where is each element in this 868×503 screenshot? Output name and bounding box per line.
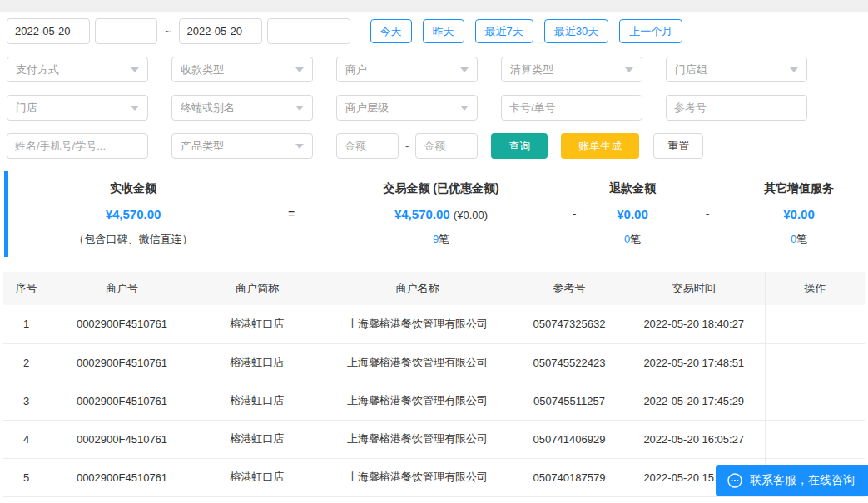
header-merchant-id: 商户号 [49, 272, 195, 305]
terminal-alias-placeholder: 终端或别名 [181, 101, 235, 116]
query-button[interactable]: 查询 [491, 133, 548, 159]
summary-value-added-title: 其它增值服务 [741, 181, 857, 196]
chevron-down-icon [625, 67, 633, 72]
cell-merchant-short-name: 榕港虹口店 [195, 458, 320, 496]
cell-actions [765, 343, 865, 382]
cell-merchant-name: 上海馨榕港餐饮管理有限公司 [320, 420, 515, 458]
summary-received: 实收金额 ¥4,570.00 （包含口碑、微信直连） [8, 181, 258, 247]
store-group-select[interactable]: 门店组 [666, 57, 807, 82]
settlement-type-placeholder: 清算类型 [510, 62, 553, 77]
summary-transaction-amount: ¥4,570.00 (¥0.00) [325, 207, 558, 221]
payment-method-select[interactable]: 支付方式 [7, 57, 148, 82]
terminal-alias-select[interactable]: 终端或别名 [171, 95, 313, 121]
filter-panel: ~ 今天 昨天 最近7天 最近30天 上一个月 支付方式 收款类型 商户 清算类… [0, 12, 868, 159]
amount-range-dash: - [405, 140, 409, 152]
store-select[interactable]: 门店 [7, 95, 148, 121]
cell-merchant-short-name: 榕港虹口店 [195, 420, 320, 458]
product-type-select[interactable]: 产品类型 [171, 133, 313, 159]
chevron-down-icon [295, 106, 304, 111]
header-transaction-time: 交易时间 [623, 272, 765, 305]
cell-merchant-name: 上海馨榕港餐饮管理有限公司 [320, 305, 515, 343]
filter-row-3: 产品类型 - 查询 账单生成 重置 [7, 133, 861, 159]
cell-merchant-name: 上海馨榕港餐饮管理有限公司 [320, 343, 515, 382]
collection-type-placeholder: 收款类型 [181, 62, 224, 77]
cell-merchant-name: 上海馨榕港餐饮管理有限公司 [320, 382, 515, 420]
chevron-down-icon [295, 67, 304, 72]
summary-transaction-count: 9笔 [325, 232, 558, 247]
header-seq: 序号 [3, 272, 49, 305]
cell-merchant-short-name: 榕港虹口店 [195, 305, 320, 343]
cell-actions [765, 382, 865, 420]
merchant-select[interactable]: 商户 [336, 57, 478, 82]
cell-seq: 5 [3, 458, 49, 496]
cell-merchant-id: 0002900F4510761 [49, 420, 195, 458]
store-placeholder: 门店 [16, 101, 37, 116]
top-strip [0, 0, 868, 12]
table-row: 1 0002900F4510761 榕港虹口店 上海馨榕港餐饮管理有限公司 05… [3, 305, 865, 343]
date-from-input[interactable] [7, 18, 90, 44]
reference-number-input[interactable] [666, 95, 807, 121]
cell-merchant-id: 0002900F4510761 [49, 458, 195, 496]
cell-actions [765, 420, 865, 458]
filter-row-2: 门店 终端或别名 商户层级 [7, 95, 861, 121]
range-separator: ~ [165, 25, 171, 37]
settlement-type-select[interactable]: 清算类型 [501, 57, 642, 82]
amount-max-input[interactable] [415, 133, 478, 159]
store-group-placeholder: 门店组 [675, 62, 707, 77]
product-type-placeholder: 产品类型 [181, 139, 224, 154]
chat-icon [727, 472, 743, 489]
summary-value-added: 其它增值服务 ¥0.00 0笔 [741, 181, 857, 247]
amount-min-input[interactable] [336, 133, 399, 159]
summary-received-note: （包含口碑、微信直连） [8, 232, 258, 247]
summary-value-added-count: 0笔 [741, 232, 857, 247]
header-actions: 操作 [765, 272, 865, 305]
time-from-input[interactable] [95, 18, 157, 44]
chevron-down-icon [460, 67, 469, 72]
chevron-down-icon [131, 106, 139, 111]
reset-button[interactable]: 重置 [653, 133, 703, 159]
table-row: 4 0002900F4510761 榕港虹口店 上海馨榕港餐饮管理有限公司 05… [3, 420, 865, 458]
cell-transaction-time: 2022-05-20 17:45:29 [623, 382, 765, 420]
cell-seq: 1 [3, 305, 49, 343]
quick-range-today-button[interactable]: 今天 [370, 19, 412, 43]
cell-reference: 050747325632 [515, 305, 623, 343]
cell-seq: 3 [3, 382, 49, 420]
merchant-level-select[interactable]: 商户层级 [336, 95, 478, 121]
date-to-input[interactable] [179, 18, 262, 44]
summary-transaction-title: 交易金额 (已优惠金额) [325, 181, 558, 196]
card-number-input[interactable] [501, 95, 642, 121]
time-to-input[interactable] [267, 18, 350, 44]
cell-seq: 4 [3, 420, 49, 458]
cell-merchant-short-name: 榕港虹口店 [195, 343, 320, 382]
cell-reference: 050741406929 [515, 420, 623, 458]
cell-merchant-id: 0002900F4510761 [49, 305, 195, 343]
summary-value-added-amount: ¥0.00 [741, 207, 857, 221]
chevron-down-icon [131, 67, 139, 72]
quick-range-7days-button[interactable]: 最近7天 [475, 19, 533, 43]
collection-type-select[interactable]: 收款类型 [171, 57, 313, 82]
quick-range-lastmonth-button[interactable]: 上一个月 [619, 19, 682, 43]
header-reference: 参考号 [515, 272, 623, 305]
header-merchant-name: 商户名称 [320, 272, 515, 305]
summary-refund-count: 0笔 [591, 232, 674, 247]
chevron-down-icon [460, 106, 469, 111]
summary-transaction: 交易金额 (已优惠金额) ¥4,570.00 (¥0.00) 9笔 [325, 181, 558, 247]
summary-transaction-discount: (¥0.00) [454, 209, 488, 221]
summary-refund-amount: ¥0.00 [591, 207, 674, 221]
chat-label: 联系客服，在线咨询 [750, 473, 855, 488]
table-row: 3 0002900F4510761 榕港虹口店 上海馨榕港餐饮管理有限公司 05… [3, 382, 865, 420]
summary-minus-operator: - [558, 181, 591, 247]
date-filter-row: ~ 今天 昨天 最近7天 最近30天 上一个月 [7, 18, 861, 44]
cell-reference: 050745511257 [515, 382, 623, 420]
quick-range-30days-button[interactable]: 最近30天 [544, 19, 608, 43]
cell-merchant-id: 0002900F4510761 [49, 343, 195, 382]
cell-merchant-id: 0002900F4510761 [49, 382, 195, 420]
transactions-table: 序号 商户号 商户简称 商户名称 参考号 交易时间 操作 1 0002900F4… [3, 272, 865, 497]
payment-method-placeholder: 支付方式 [16, 62, 59, 77]
quick-range-yesterday-button[interactable]: 昨天 [423, 19, 464, 43]
cell-seq: 2 [3, 343, 49, 382]
name-phone-input[interactable] [7, 133, 148, 159]
generate-bill-button[interactable]: 账单生成 [561, 133, 639, 159]
summary-equals-operator: = [258, 181, 325, 247]
contact-support-button[interactable]: 联系客服，在线咨询 [716, 465, 868, 496]
